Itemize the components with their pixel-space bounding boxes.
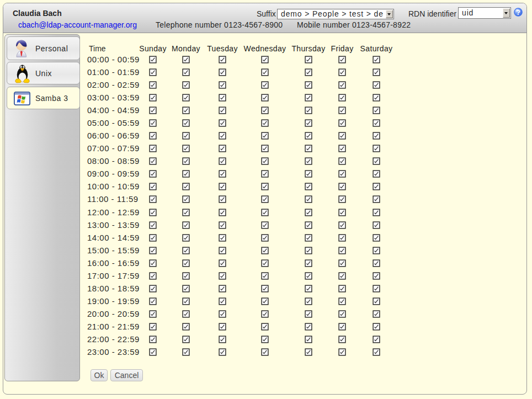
svg-text:?: ? [516,8,520,17]
